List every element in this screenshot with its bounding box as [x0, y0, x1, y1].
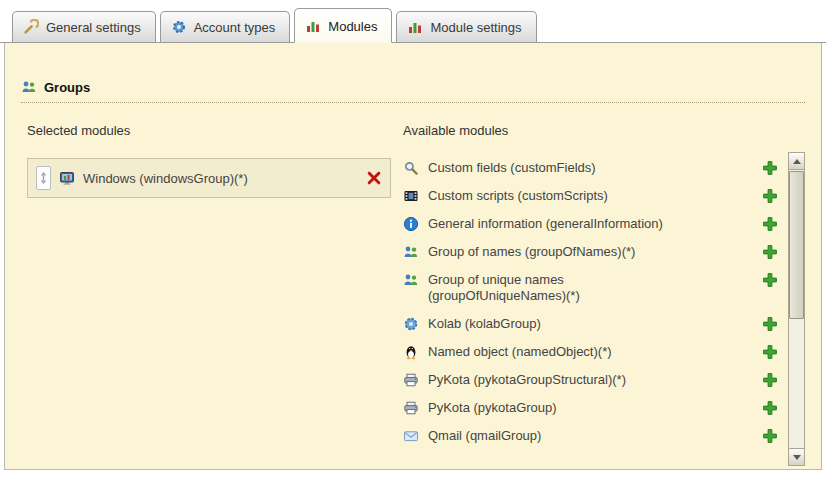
tab-label: Module settings: [430, 20, 521, 35]
info-icon: [403, 216, 419, 232]
add-module-icon[interactable]: [762, 316, 778, 332]
drag-icon: [38, 171, 49, 185]
add-module-icon[interactable]: [762, 188, 778, 204]
tab-module-settings[interactable]: Module settings: [396, 11, 536, 42]
selected-module-label: Windows (windowsGroup)(*): [83, 171, 358, 186]
drag-handle[interactable]: [36, 166, 51, 190]
group-icon: [403, 244, 419, 260]
mail-icon: [403, 428, 419, 444]
module-label: PyKota (pykotaGroupStructural)(*): [428, 372, 698, 388]
scrollbar-track[interactable]: [789, 170, 804, 448]
selected-modules-box: Windows (windowsGroup)(*): [27, 158, 391, 198]
modules-panel: Groups Selected modules Windows (windows…: [4, 43, 822, 470]
available-module-row: PyKota (pykotaGroupStructural)(*): [403, 366, 788, 394]
available-module-row: PyKota (pykotaGroup): [403, 394, 788, 422]
tab-bar: General settings Account types Modules M…: [0, 0, 826, 43]
wrench-icon: [23, 19, 39, 35]
tab-general-settings[interactable]: General settings: [12, 11, 156, 42]
available-module-row: Custom scripts (customScripts): [403, 182, 788, 210]
kolab-icon: [403, 316, 419, 332]
tab-label: Modules: [328, 19, 377, 34]
available-module-row: Group of names (groupOfNames)(*): [403, 238, 788, 266]
available-module-row: Named object (namedObject)(*): [403, 338, 788, 366]
module-label: PyKota (pykotaGroup): [428, 400, 698, 416]
module-label: Group of names (groupOfNames)(*): [428, 244, 698, 260]
scrollbar[interactable]: [788, 152, 805, 466]
add-module-icon[interactable]: [762, 160, 778, 176]
selected-module-row[interactable]: Windows (windowsGroup)(*): [36, 164, 382, 192]
arrow-up-icon: [793, 159, 801, 164]
modules-icon: [305, 18, 321, 34]
module-label: Custom fields (customFields): [428, 160, 698, 176]
add-module-icon[interactable]: [762, 372, 778, 388]
add-module-icon[interactable]: [762, 216, 778, 232]
groups-icon: [21, 79, 37, 95]
module-label: Named object (namedObject)(*): [428, 344, 698, 360]
custom-scripts-icon: [403, 188, 419, 204]
module-label: Qmail (qmailGroup): [428, 428, 698, 444]
module-label: General information (generalInformation): [428, 216, 698, 232]
arrow-down-icon: [793, 455, 801, 460]
tab-label: Account types: [194, 20, 276, 35]
tab-modules[interactable]: Modules: [294, 8, 392, 43]
tab-label: General settings: [46, 20, 141, 35]
scroll-up-button[interactable]: [789, 153, 804, 170]
available-module-row: Group of unique names (groupOfUniqueName…: [403, 266, 788, 310]
groups-section-heading: Groups: [21, 79, 805, 103]
tab-account-types[interactable]: Account types: [160, 11, 291, 42]
modules-icon: [407, 19, 423, 35]
module-label: Custom scripts (customScripts): [428, 188, 698, 204]
add-module-icon[interactable]: [762, 344, 778, 360]
module-label: Group of unique names (groupOfUniqueName…: [428, 272, 698, 304]
add-module-icon[interactable]: [762, 244, 778, 260]
selected-modules-column: Selected modules Windows (windowsGroup)(…: [21, 119, 399, 466]
custom-fields-icon: [403, 160, 419, 176]
available-modules-list: Custom fields (customFields) Custom scri…: [403, 152, 788, 466]
group-icon: [403, 272, 419, 288]
scroll-down-button[interactable]: [789, 448, 804, 465]
add-module-icon[interactable]: [762, 400, 778, 416]
module-label: Kolab (kolabGroup): [428, 316, 698, 332]
scrollbar-thumb[interactable]: [789, 171, 804, 319]
available-module-row: Kolab (kolabGroup): [403, 310, 788, 338]
delete-icon[interactable]: [366, 170, 382, 186]
gears-icon: [171, 19, 187, 35]
available-modules-header: Available modules: [403, 119, 805, 142]
penguin-icon: [403, 344, 419, 360]
section-title: Groups: [44, 80, 90, 95]
available-module-row: Custom fields (customFields): [403, 154, 788, 182]
available-module-row: General information (generalInformation): [403, 210, 788, 238]
selected-modules-header: Selected modules: [27, 119, 399, 142]
printer-icon: [403, 400, 419, 416]
add-module-icon[interactable]: [762, 428, 778, 444]
available-module-row: Qmail (qmailGroup): [403, 422, 788, 450]
printer-icon: [403, 372, 419, 388]
add-module-icon[interactable]: [762, 272, 778, 288]
available-modules-column: Available modules Custom fields (customF…: [399, 119, 805, 466]
windows-icon: [59, 170, 75, 186]
